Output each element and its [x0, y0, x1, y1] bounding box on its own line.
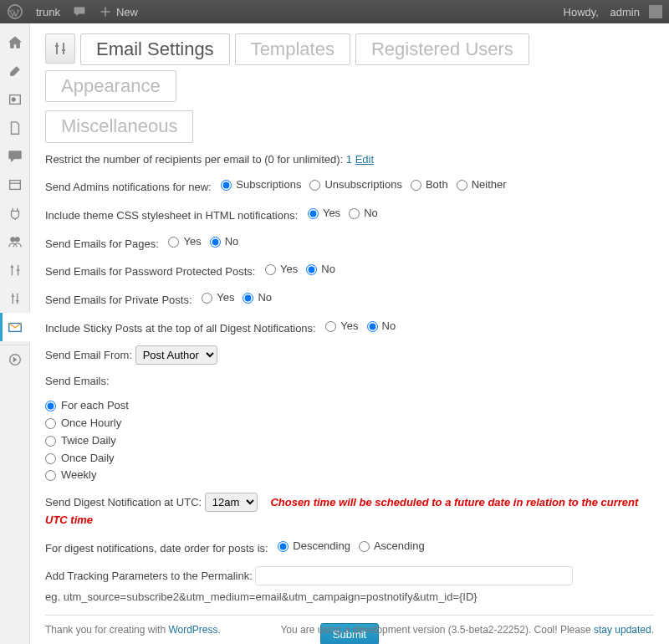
settings-form: Restrict the number of recipients per em…: [45, 151, 654, 644]
tab-templates[interactable]: Templates: [235, 33, 350, 65]
sidebar-dashboard[interactable]: [0, 28, 30, 57]
radio-priv-no[interactable]: [243, 293, 253, 304]
edit-link[interactable]: Edit: [355, 153, 374, 166]
send-from-select[interactable]: Post Author: [135, 345, 217, 365]
radio-pwd-no[interactable]: [306, 264, 317, 275]
stay-updated-link[interactable]: stay updated: [594, 624, 651, 636]
sidebar-users[interactable]: [0, 227, 30, 256]
tabs-row-2: Miscellaneous: [45, 110, 654, 142]
svg-rect-3: [9, 181, 20, 190]
sidebar-tools[interactable]: [0, 256, 30, 284]
sidebar-collapse[interactable]: [0, 345, 30, 373]
radio-pages-yes-label: Yes: [183, 233, 201, 251]
restrict-label: Restrict the number of recipients per em…: [45, 153, 343, 166]
site-name-link[interactable]: trunk: [36, 6, 60, 18]
footer-dev-suffix: .: [651, 624, 654, 636]
radio-freq-weekly[interactable]: [45, 470, 56, 481]
admin-sidebar: [0, 23, 30, 644]
admin-notify-row: Send Admins notifications for new: Subsc…: [45, 176, 654, 197]
footer-thanks-suffix: .: [218, 624, 221, 636]
send-from-label: Send Email From:: [45, 349, 132, 361]
radio-pwd-yes[interactable]: [265, 264, 276, 275]
radio-freq-each-label: For each Post: [61, 397, 129, 415]
wordpress-logo-icon[interactable]: [7, 3, 23, 20]
radio-freq-twice-label: Twice Daily: [61, 432, 116, 450]
radio-neither[interactable]: [457, 180, 467, 191]
tab-appearance[interactable]: Appearance: [45, 70, 176, 102]
footer-dev-prefix: You are using a development version (3.5…: [280, 624, 593, 636]
radio-priv-yes-label: Yes: [217, 289, 234, 307]
new-label: New: [116, 6, 138, 18]
send-emails-label: Send Emails:: [45, 375, 110, 387]
settings-sliders-icon: [45, 33, 75, 64]
radio-both-label: Both: [426, 176, 448, 194]
css-row: Include theme CSS stylesheet in HTML not…: [45, 205, 654, 225]
radio-both[interactable]: [411, 180, 421, 191]
tracking-input[interactable]: [255, 566, 573, 585]
pages-label: Send Emails for Pages:: [45, 238, 159, 250]
pwd-posts-label: Send Emails for Password Protected Posts…: [45, 265, 255, 278]
svg-point-6: [15, 238, 19, 242]
footer-left: Thank you for creating with WordPress.: [45, 624, 221, 636]
radio-unsubscriptions[interactable]: [309, 180, 320, 191]
howdy-username: admin: [610, 6, 640, 18]
radio-ascending-label: Ascending: [374, 538, 425, 555]
avatar-icon: [649, 5, 662, 18]
svg-point-2: [11, 98, 15, 102]
radio-freq-weekly-label: Weekly: [61, 467, 96, 484]
radio-css-yes[interactable]: [308, 208, 319, 219]
sidebar-media[interactable]: [0, 85, 30, 114]
sidebar-plugins[interactable]: [0, 199, 30, 227]
radio-sticky-yes[interactable]: [325, 321, 336, 332]
radio-sticky-no[interactable]: [367, 321, 378, 332]
pwd-posts-row: Send Emails for Password Protected Posts…: [45, 261, 654, 281]
tracking-label: Add Tracking Parameters to the Permalink…: [45, 570, 253, 582]
wordpress-link[interactable]: WordPress: [168, 624, 217, 636]
radio-descending[interactable]: [278, 541, 289, 552]
howdy-prefix: Howdy,: [564, 6, 599, 18]
radio-unsubscriptions-label: Unsubscriptions: [324, 176, 402, 194]
admin-notify-label: Send Admins notifications for new:: [45, 181, 212, 193]
radio-css-no-label: No: [364, 205, 378, 222]
sidebar-comments[interactable]: [0, 142, 30, 171]
radio-sticky-no-label: No: [382, 318, 396, 335]
radio-freq-hourly[interactable]: [45, 418, 56, 429]
radio-pages-no-label: No: [225, 233, 239, 251]
footer-right: You are using a development version (3.5…: [280, 624, 654, 636]
sidebar-settings[interactable]: [0, 284, 30, 313]
tab-registered-users[interactable]: Registered Users: [355, 33, 529, 65]
main-content: Email Settings Templates Registered User…: [30, 23, 669, 644]
digest-time-select[interactable]: 12am: [205, 493, 258, 512]
radio-pages-no[interactable]: [210, 237, 221, 248]
radio-pages-yes[interactable]: [168, 237, 179, 248]
radio-css-yes-label: Yes: [323, 205, 340, 222]
tabs-row-1: Email Settings Templates Registered User…: [45, 33, 654, 102]
howdy-account[interactable]: Howdy, admin: [564, 5, 662, 18]
radio-priv-yes[interactable]: [202, 293, 212, 304]
css-label: Include theme CSS stylesheet in HTML not…: [45, 209, 298, 222]
digest-time-label: Send Digest Notification at UTC:: [45, 496, 202, 509]
radio-freq-daily[interactable]: [45, 453, 56, 464]
radio-neither-label: Neither: [472, 176, 507, 194]
sidebar-posts[interactable]: [0, 57, 30, 85]
sidebar-subscribe2[interactable]: [0, 313, 30, 341]
radio-subscriptions[interactable]: [221, 180, 232, 191]
radio-sticky-yes-label: Yes: [340, 318, 358, 335]
sidebar-pages[interactable]: [0, 114, 30, 142]
tab-miscellaneous[interactable]: Miscellaneous: [45, 110, 193, 142]
radio-css-no[interactable]: [349, 208, 360, 219]
sidebar-appearance[interactable]: [0, 171, 30, 199]
sticky-label: Include Sticky Posts at the top of all D…: [45, 322, 316, 335]
radio-freq-hourly-label: Once Hourly: [61, 415, 121, 432]
radio-freq-twice[interactable]: [45, 436, 56, 447]
send-from-row: Send Email From: Post Author: [45, 345, 654, 365]
radio-descending-label: Descending: [293, 538, 350, 555]
new-content-link[interactable]: New: [99, 5, 138, 18]
radio-priv-no-label: No: [258, 289, 272, 307]
comments-bubble-icon[interactable]: [73, 5, 86, 18]
radio-freq-each[interactable]: [45, 401, 56, 411]
footer: Thank you for creating with WordPress. Y…: [45, 615, 654, 636]
tab-email-settings[interactable]: Email Settings: [80, 33, 230, 65]
private-posts-label: Send Emails for Private Posts:: [45, 294, 192, 306]
radio-ascending[interactable]: [359, 541, 370, 552]
